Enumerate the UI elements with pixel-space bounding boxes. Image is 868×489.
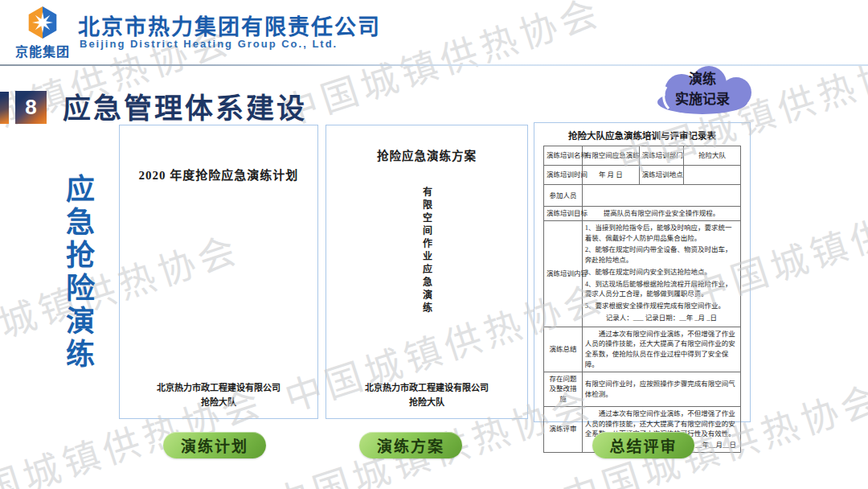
- record-table-title: 抢险大队应急演练培训与评审记录表: [534, 123, 750, 146]
- drill-plan-button[interactable]: 演练计划: [163, 432, 266, 458]
- company-name-cn: 北京市热力集团有限责任公司: [78, 10, 381, 41]
- table-row: 参加人员: [544, 185, 741, 207]
- jingneng-logo: 京能集团: [8, 5, 77, 60]
- cell-content-label: 演练培训内容: [544, 220, 583, 327]
- jingneng-logo-icon: [25, 5, 60, 40]
- content-item: 1、当接到抢险指令后，能够及时响应，要求统一着装、佩戴好个人防护用品集合出险。: [585, 223, 738, 244]
- cell-training-dept-label: 演练培训部门: [639, 146, 683, 166]
- plan-footer-company: 北京热力市政工程建设有限公司: [120, 380, 317, 396]
- cell-training-time-label: 演练培训时间: [544, 166, 583, 185]
- record-sign-line: 记录人：___ 记录日期：__年 _月 _日: [585, 313, 738, 323]
- record-document-panel: 抢险大队应急演练培训与评审记录表 演练培训名称 有限空间应急演练 演练培训部门 …: [534, 122, 751, 422]
- cloud-label-line2: 实施记录: [648, 90, 757, 110]
- cell-review-label: 演练评审: [544, 406, 583, 452]
- cloud-label-line1: 演练: [648, 70, 757, 90]
- page-title: 应急管理体系建设: [63, 85, 307, 126]
- record-table: 演练培训名称 有限空间应急演练 演练培训部门 抢险大队 演练培训时间 年 月 日…: [543, 146, 741, 453]
- slide: 中国城镇供热协会 中国城镇供热协会 中国城镇供热协会 中国城镇供热协会 中国城镇…: [0, 0, 868, 489]
- cell-goal-label: 演练培训目标: [544, 207, 583, 221]
- logo-caption: 京能集团: [8, 41, 77, 60]
- scheme-title: 抢险应急演练方案: [326, 146, 527, 163]
- scheme-document-panel: 抢险应急演练方案 有限空间作业应急演练 北京热力市政工程建设有限公司 抢险大队: [326, 125, 528, 419]
- scheme-footer-team: 抢险大队: [326, 395, 527, 410]
- scheme-vertical-text: 有限空间作业应急演练: [420, 187, 434, 323]
- cloud-label: 演练 实施记录: [648, 70, 757, 109]
- table-row: 存在问题及整改措施 有限空间作业时，应按照操作步骤完成有限空间气体检测。: [544, 372, 741, 406]
- plan-footer-team: 抢险大队: [120, 395, 317, 410]
- plan-footer: 北京热力市政工程建设有限公司 抢险大队: [120, 380, 317, 410]
- summary-review-button[interactable]: 总结评审: [592, 432, 694, 458]
- section-number-partial-square: [0, 92, 9, 124]
- section-number-badge: 8: [15, 91, 47, 124]
- drill-scheme-button[interactable]: 演练方案: [359, 432, 462, 458]
- cell-summary-value: 通过本次有限空间作业演练，不但增强了作业人员的操作技能，还大大提高了有限空间作业…: [582, 327, 740, 372]
- cell-participants-label: 参加人员: [544, 185, 583, 207]
- content-item: 2、能够在规定时间内带全设备、物资及时出车，奔赴抢险地点。: [585, 244, 738, 265]
- cell-training-time-value: 年 月 日: [582, 166, 639, 185]
- scheme-footer-company: 北京热力市政工程建设有限公司: [326, 380, 527, 396]
- drill-record-cloud-badge: 演练 实施记录: [648, 66, 757, 116]
- table-row: 演练培训名称 有限空间应急演练 演练培训部门 抢险大队: [544, 146, 741, 166]
- cell-issues-value: 有限空间作业时，应按照操作步骤完成有限空间气体检测。: [582, 372, 740, 406]
- cell-training-dept-value: 抢险大队: [683, 146, 740, 166]
- cell-training-place-label: 演练培训地点: [639, 166, 683, 185]
- cell-goal-value: 提高队员有限空间作业安全操作规程。: [582, 207, 740, 221]
- content-item: 5、要求根据安全操作规程完成有限空间作业。: [585, 301, 738, 311]
- table-row: 演练培训目标 提高队员有限空间作业安全操作规程。: [544, 207, 741, 221]
- cell-issues-label: 存在问题及整改措施: [544, 372, 583, 406]
- content-item: 4、到达现场后能够根据抢险流程开展抢险作业，要求人员分工合理，能够做到履职尽责。: [585, 279, 738, 300]
- table-row: 演练培训时间 年 月 日 演练培训地点: [544, 166, 741, 185]
- table-row: 演练培训内容 1、当接到抢险指令后，能够及时响应，要求统一着装、佩戴好个人防护用…: [544, 220, 741, 327]
- cell-training-name-label: 演练培训名称: [544, 146, 583, 166]
- content-item: 3、能够在规定时间内安全到达抢险地点。: [585, 267, 738, 277]
- table-row: 演练总结 通过本次有限空间作业演练，不但增强了作业人员的操作技能，还大大提高了有…: [544, 327, 741, 372]
- cell-summary-label: 演练总结: [544, 327, 583, 372]
- cell-content-value: 1、当接到抢险指令后，能够及时响应，要求统一着装、佩戴好个人防护用品集合出险。 …: [582, 220, 740, 327]
- plan-document-panel: 2020 年度抢险应急演练计划 北京热力市政工程建设有限公司 抢险大队: [119, 125, 318, 419]
- plan-title: 2020 年度抢险应急演练计划: [120, 166, 317, 183]
- company-name-en: Beijing District Heating Group Co., Ltd.: [80, 38, 338, 50]
- scheme-footer: 北京热力市政工程建设有限公司 抢险大队: [326, 380, 527, 410]
- side-label: 应急抢险演练: [56, 174, 98, 372]
- scheme-vertical-title: 有限空间作业应急演练: [326, 187, 527, 323]
- cell-training-name-value: 有限空间应急演练: [582, 146, 639, 166]
- cell-training-place-value: [683, 166, 740, 185]
- cell-participants-value: [582, 185, 740, 207]
